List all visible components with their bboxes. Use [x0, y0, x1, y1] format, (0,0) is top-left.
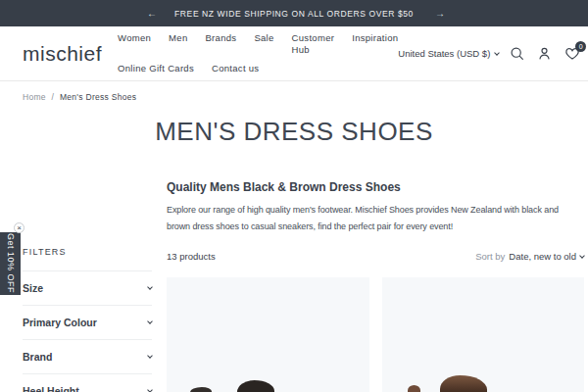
promo-label: Get 10% OFF	[6, 233, 16, 293]
promo-tab[interactable]: Get 10% OFF	[0, 232, 21, 295]
sort-value: Date, new to old	[509, 251, 576, 262]
nav-inspiration[interactable]: Inspiration	[352, 32, 398, 56]
country-selector-label: United States (USD $)	[398, 48, 490, 59]
black-shoe-image	[237, 380, 274, 392]
collection-toolbar: 13 products Sort by Date, new to old	[167, 251, 584, 262]
search-icon	[510, 46, 524, 61]
announcement-text: FREE NZ WIDE SHIPPING ON ALL ORDERS OVER…	[174, 9, 414, 19]
filter-label: Size	[23, 282, 43, 294]
filter-group-primary-colour[interactable]: Primary Colour	[23, 306, 152, 340]
nav-row-2: Online Gift Cards Contact us	[118, 63, 398, 74]
brown-shoe-image	[408, 385, 420, 392]
brown-shoe-image	[440, 375, 487, 392]
filter-group-heel-height[interactable]: Heel Height	[23, 374, 152, 392]
nav-row-1: Women Men Brands Sale Customer Hub Inspi…	[118, 32, 398, 56]
nav-online-gift-cards[interactable]: Online Gift Cards	[118, 63, 194, 74]
product-card[interactable]	[382, 277, 585, 392]
header-utilities: United States (USD $) 0 0	[398, 44, 588, 63]
page-title: MEN'S DRESS SHOES	[0, 117, 588, 147]
chevron-down-icon	[147, 284, 153, 290]
account-icon	[537, 46, 552, 61]
filter-group-size[interactable]: Size	[23, 271, 152, 306]
next-arrow-icon[interactable]: →	[435, 0, 445, 26]
filter-label: Brand	[23, 351, 52, 363]
filters-title: FILTERS	[23, 247, 152, 271]
main-nav: Women Men Brands Sale Customer Hub Inspi…	[118, 32, 398, 74]
chevron-down-icon	[147, 353, 153, 359]
product-count: 13 products	[167, 251, 216, 262]
product-card[interactable]	[167, 277, 369, 392]
wishlist-count-badge: 0	[575, 41, 586, 52]
filter-label: Heel Height	[23, 385, 79, 392]
nav-contact-us[interactable]: Contact us	[212, 63, 259, 74]
promo-close-button[interactable]: ×	[14, 222, 24, 233]
nav-men[interactable]: Men	[169, 32, 187, 56]
chevron-down-icon	[147, 387, 153, 392]
account-button[interactable]	[535, 44, 554, 63]
announcement-bar: ← FREE NZ WIDE SHIPPING ON ALL ORDERS OV…	[0, 0, 588, 26]
chevron-down-icon	[494, 50, 500, 56]
nav-customer-hub[interactable]: Customer Hub	[292, 32, 335, 56]
page: ← FREE NZ WIDE SHIPPING ON ALL ORDERS OV…	[0, 0, 588, 392]
filters-sidebar: FILTERS Size Primary Colour Brand Heel H…	[23, 247, 152, 392]
breadcrumb: Home / Men's Dress Shoes	[23, 92, 588, 102]
collection-heading: Quality Mens Black & Brown Dress Shoes	[167, 180, 584, 194]
country-selector[interactable]: United States (USD $)	[398, 48, 499, 59]
main-content: Quality Mens Black & Brown Dress Shoes E…	[167, 180, 584, 235]
wishlist-button[interactable]: 0	[563, 44, 582, 63]
black-shoe-image	[190, 387, 212, 392]
nav-women[interactable]: Women	[118, 32, 151, 56]
collection-description: Explore our range of high quality men's …	[167, 202, 584, 235]
sort-label: Sort by	[475, 251, 505, 262]
breadcrumb-current: Men's Dress Shoes	[60, 92, 137, 102]
site-header: mischief Women Men Brands Sale Customer …	[0, 26, 588, 81]
prev-arrow-icon[interactable]: ←	[147, 0, 157, 26]
breadcrumb-home[interactable]: Home	[23, 92, 46, 102]
product-grid	[167, 277, 584, 392]
filter-group-brand[interactable]: Brand	[23, 340, 152, 374]
logo[interactable]: mischief	[23, 42, 102, 66]
search-button[interactable]	[508, 44, 526, 63]
nav-sale[interactable]: Sale	[254, 32, 273, 56]
filter-label: Primary Colour	[23, 317, 97, 328]
nav-brands[interactable]: Brands	[205, 32, 236, 56]
chevron-down-icon	[147, 318, 153, 324]
chevron-down-icon	[579, 253, 585, 259]
sort-dropdown[interactable]: Sort by Date, new to old	[475, 251, 584, 262]
breadcrumb-separator: /	[52, 92, 55, 102]
